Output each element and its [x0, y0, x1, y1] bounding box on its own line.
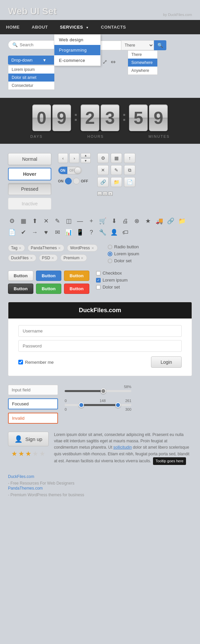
- body-text-link[interactable]: sollicitudin: [113, 445, 132, 450]
- icon-folder: 📁: [178, 217, 186, 225]
- search-button[interactable]: 🔍: [154, 40, 166, 50]
- dropdown-item-2[interactable]: Consectetur: [8, 82, 54, 90]
- btn-inactive: Inactive: [8, 198, 51, 210]
- input-normal[interactable]: [8, 385, 58, 395]
- star-5[interactable]: ★: [39, 450, 45, 458]
- input-invalid[interactable]: [8, 413, 58, 424]
- slider-track-1[interactable]: [65, 390, 131, 392]
- dropdown-programming[interactable]: Programming: [54, 45, 100, 55]
- search-opt-there[interactable]: There: [128, 51, 157, 59]
- search-opt-anywhere[interactable]: Anywhere: [128, 67, 157, 75]
- tag-duckfiles[interactable]: DuckFiles ✕: [8, 254, 36, 262]
- btn-hover[interactable]: Hover: [8, 168, 51, 180]
- toggle-dot-on-icon[interactable]: [65, 178, 72, 184]
- slider-thumb-blue-1[interactable]: [79, 402, 84, 408]
- page-title: Web UI Set: [8, 6, 57, 17]
- restore-btn[interactable]: □: [103, 192, 107, 196]
- dropdown-select[interactable]: Drop-down ▼: [8, 56, 55, 65]
- checkbox-group: Checkbox ✓ Lorem ipsum Dolor set: [96, 271, 128, 294]
- page-up-btn[interactable]: ▲: [81, 153, 91, 158]
- checkbox-dolor[interactable]: Dolor set: [96, 285, 128, 290]
- star-2[interactable]: ★: [18, 450, 24, 458]
- countdown-timer: 0 9 : 2 3 : 5 9 DAYS HOURS MINUTES: [0, 98, 200, 144]
- slider-percent-label: 58%: [124, 385, 131, 389]
- icon-chart: 📊: [65, 228, 73, 236]
- dropdown-web-design[interactable]: Web design: [54, 35, 100, 45]
- btn-yellow-1[interactable]: Button: [64, 271, 89, 281]
- tag-wordpress[interactable]: WordPress ✕: [67, 244, 97, 252]
- nav-home[interactable]: HOME: [0, 20, 26, 34]
- page-down-btn[interactable]: ▼: [81, 158, 91, 163]
- tags-section: Tag ✕ PandaThemes ✕ WordPress ✕ DuckFile…: [0, 240, 200, 267]
- nav-about[interactable]: ABOUT: [26, 20, 54, 34]
- star-3[interactable]: ★: [25, 450, 31, 458]
- checkbox-unchecked[interactable]: [96, 285, 101, 290]
- cursor-drag-icon: ⇔: [111, 58, 116, 66]
- slider-range-0: 0: [65, 399, 67, 403]
- radio-lorem: Lorem ipsum: [114, 251, 139, 256]
- btn-normal[interactable]: Normal: [8, 153, 51, 165]
- copy-icon-btn[interactable]: ⧉: [124, 165, 135, 175]
- file-icon-btn[interactable]: 📄: [124, 177, 135, 187]
- remember-checkbox[interactable]: [18, 360, 23, 364]
- checkbox-lorem[interactable]: ✓ Lorem ipsum: [96, 278, 128, 283]
- action-icon-buttons: ⚙ ▦ ↑ ✕ ✎ ⧉ 🔗 📁 📄 — □ ×: [97, 153, 135, 210]
- tag-pandathemes[interactable]: PandaThemes ✕: [28, 244, 64, 252]
- signup-button[interactable]: 👤 Sign up: [8, 432, 49, 446]
- close-btn[interactable]: ×: [108, 192, 113, 196]
- page-prev-btn[interactable]: ‹: [58, 153, 68, 163]
- hours-ones: 3: [101, 105, 119, 131]
- btn-dark-2[interactable]: Button: [8, 284, 33, 294]
- edit-icon-btn[interactable]: ✎: [111, 165, 122, 175]
- page-next-btn[interactable]: ›: [69, 153, 79, 163]
- link-icon-btn[interactable]: 🔗: [97, 177, 109, 187]
- username-input[interactable]: [18, 325, 182, 337]
- btn-blue-1[interactable]: Button: [36, 271, 61, 281]
- checkbox-checked[interactable]: ✓: [96, 278, 101, 283]
- grid-icon-btn[interactable]: ▦: [111, 153, 122, 163]
- upload-icon-btn[interactable]: ↑: [124, 153, 135, 163]
- dropdown-ecommerce[interactable]: E-commerce: [54, 55, 100, 66]
- password-input[interactable]: [18, 340, 182, 352]
- close-icon-btn[interactable]: ✕: [97, 165, 109, 175]
- star-4[interactable]: ★: [32, 450, 38, 458]
- nav-services[interactable]: SERVICES ▼ Web design Programming E-comm…: [54, 20, 95, 34]
- remember-me-label[interactable]: Remember me: [18, 360, 54, 365]
- radio-circle-2[interactable]: [108, 259, 112, 263]
- toggle-dot-off-icon[interactable]: [73, 178, 80, 184]
- timer-sep-2: :: [122, 109, 126, 127]
- btn-green-2[interactable]: Button: [36, 284, 61, 294]
- settings-icon-btn[interactable]: ⚙: [97, 153, 109, 163]
- btn-orange-2[interactable]: Button: [64, 284, 89, 294]
- radio-circle-checked[interactable]: [108, 252, 112, 256]
- slider-thumb-blue-2[interactable]: [115, 402, 121, 408]
- minimize-btn[interactable]: —: [97, 192, 102, 196]
- minutes-digits: 5 9: [129, 105, 168, 131]
- slider-track-2[interactable]: [65, 404, 131, 406]
- login-button[interactable]: Login: [151, 356, 182, 368]
- footer-link-duckfiles[interactable]: DuckFiles.com: [8, 474, 192, 479]
- search-select[interactable]: There Somewhere Anywhere: [121, 40, 154, 50]
- footer-link-pandathemes[interactable]: PandaThemes.com: [8, 486, 192, 491]
- input-sliders-section: 58% 0 148 261 0 300: [0, 381, 200, 428]
- folder-icon-btn[interactable]: 📁: [111, 177, 122, 187]
- tag-tag[interactable]: Tag ✕: [8, 244, 25, 252]
- radio-option-1[interactable]: Lorem ipsum: [108, 251, 139, 256]
- input-focused[interactable]: [8, 398, 58, 409]
- search-opt-somewhere[interactable]: Somewhere: [128, 59, 157, 67]
- toggle-switch-1[interactable]: ON OFF: [58, 166, 82, 174]
- icon-link: 🔗: [167, 217, 175, 225]
- tag-premium[interactable]: Premium ✕: [60, 254, 87, 262]
- nav-contacts[interactable]: CONTACTS: [95, 20, 132, 34]
- tag-psd[interactable]: PSD ✕: [39, 254, 58, 262]
- btn-white-1[interactable]: Button: [8, 271, 33, 281]
- toggle-on-off-1[interactable]: ON OFF: [58, 166, 82, 174]
- icon-layers: ◫: [65, 217, 73, 225]
- dropdown-item-0[interactable]: Lorem ipsum: [8, 66, 54, 74]
- slider-thumb-1[interactable]: [101, 388, 106, 394]
- star-1[interactable]: ★: [11, 450, 17, 458]
- btn-pressed[interactable]: Pressed: [8, 183, 51, 195]
- dropdown-item-1[interactable]: Dolor sit amet: [8, 74, 54, 82]
- radio-option-2[interactable]: Dolor set: [108, 258, 139, 263]
- icon-plus: +: [87, 217, 95, 225]
